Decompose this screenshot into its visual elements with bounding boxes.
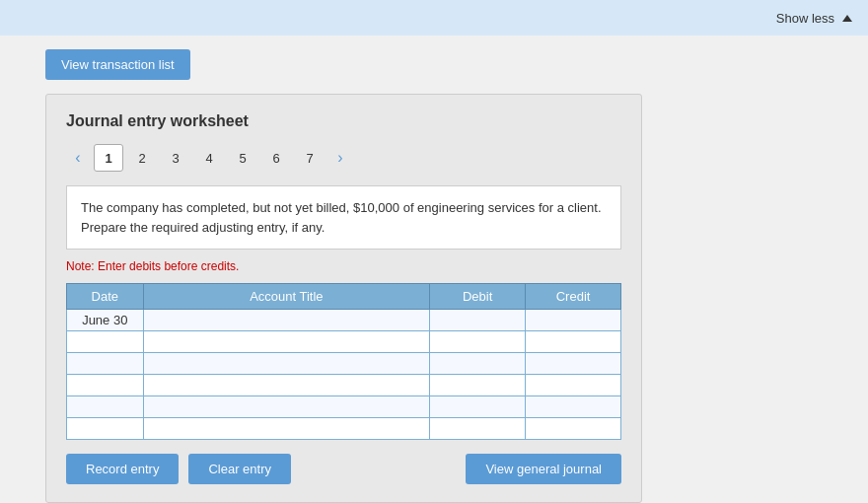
table-row: [67, 396, 621, 418]
debit-cell-6[interactable]: [430, 418, 526, 440]
page-button-2[interactable]: 2: [127, 144, 157, 172]
debit-input-4[interactable]: [430, 375, 525, 395]
credit-input-6[interactable]: [526, 418, 620, 439]
credit-cell-6[interactable]: [526, 418, 621, 440]
table-header-row: Date Account Title Debit Credit: [67, 284, 621, 310]
button-spacer: [301, 454, 456, 484]
account-input-2[interactable]: [144, 331, 430, 352]
scenario-box: The company has completed, but not yet b…: [66, 185, 621, 250]
note-text: Note: Enter debits before credits.: [66, 259, 621, 273]
debit-cell-4[interactable]: [430, 375, 526, 396]
page-button-6[interactable]: 6: [261, 144, 291, 172]
debit-input-3[interactable]: [430, 353, 525, 374]
page-button-1[interactable]: 1: [94, 144, 123, 172]
account-input-5[interactable]: [144, 396, 430, 417]
show-less-button[interactable]: Show less: [776, 11, 852, 26]
journal-table: Date Account Title Debit Credit June 30: [66, 283, 621, 440]
debit-cell-5[interactable]: [430, 396, 526, 418]
account-input-3[interactable]: [144, 353, 430, 374]
date-cell-2: [67, 331, 144, 353]
page-button-5[interactable]: 5: [228, 144, 257, 172]
debit-input-6[interactable]: [430, 418, 525, 439]
credit-input-1[interactable]: [526, 310, 620, 330]
arrow-up-icon: [842, 15, 852, 22]
table-row: June 30: [67, 310, 621, 331]
action-buttons: Record entry Clear entry View general jo…: [66, 454, 621, 484]
date-cell-4: [67, 375, 144, 396]
date-cell-6: [67, 418, 144, 440]
pagination: ‹ 1 2 3 4 5 6 7 ›: [66, 144, 621, 172]
table-row: [67, 331, 621, 353]
worksheet-title: Journal entry worksheet: [66, 112, 621, 130]
worksheet-card: Journal entry worksheet ‹ 1 2 3 4 5 6 7 …: [45, 94, 642, 503]
record-entry-button[interactable]: Record entry: [66, 454, 179, 484]
table-row: [67, 375, 621, 396]
account-cell-2[interactable]: [143, 331, 430, 353]
debit-cell-3[interactable]: [430, 353, 526, 375]
credit-input-2[interactable]: [526, 331, 620, 352]
main-content: View transaction list Journal entry work…: [0, 36, 868, 503]
account-cell-4[interactable]: [143, 375, 430, 396]
date-cell-5: [67, 396, 144, 418]
account-input-4[interactable]: [144, 375, 430, 395]
scenario-text: The company has completed, but not yet b…: [81, 200, 602, 235]
debit-input-1[interactable]: [430, 310, 525, 330]
account-cell-5[interactable]: [143, 396, 430, 418]
credit-cell-4[interactable]: [526, 375, 621, 396]
prev-page-button[interactable]: ‹: [66, 144, 90, 172]
next-page-button[interactable]: ›: [328, 144, 352, 172]
account-input-6[interactable]: [144, 418, 430, 439]
credit-cell-3[interactable]: [526, 353, 621, 375]
table-row: [67, 418, 621, 440]
credit-input-3[interactable]: [526, 353, 620, 374]
clear-entry-button[interactable]: Clear entry: [188, 454, 291, 484]
credit-input-5[interactable]: [526, 396, 620, 417]
table-row: [67, 353, 621, 375]
show-less-label: Show less: [776, 11, 834, 26]
page-button-3[interactable]: 3: [161, 144, 190, 172]
view-general-journal-button[interactable]: View general journal: [466, 454, 621, 484]
account-header: Account Title: [143, 284, 430, 310]
account-input-1[interactable]: [144, 310, 430, 330]
date-cell-1: June 30: [67, 310, 144, 331]
debit-cell-2[interactable]: [430, 331, 526, 353]
page-button-7[interactable]: 7: [295, 144, 325, 172]
debit-input-5[interactable]: [430, 396, 525, 417]
account-cell-1[interactable]: [143, 310, 430, 331]
date-cell-3: [67, 353, 144, 375]
credit-cell-2[interactable]: [526, 331, 621, 353]
credit-header: Credit: [526, 284, 621, 310]
top-bar: Show less: [0, 0, 868, 36]
credit-input-4[interactable]: [526, 375, 620, 395]
debit-cell-1[interactable]: [430, 310, 526, 331]
debit-header: Debit: [430, 284, 526, 310]
debit-input-2[interactable]: [430, 331, 525, 352]
page-button-4[interactable]: 4: [194, 144, 224, 172]
credit-cell-5[interactable]: [526, 396, 621, 418]
credit-cell-1[interactable]: [526, 310, 621, 331]
account-cell-3[interactable]: [143, 353, 430, 375]
view-transaction-button[interactable]: View transaction list: [45, 49, 190, 80]
account-cell-6[interactable]: [143, 418, 430, 440]
date-header: Date: [67, 284, 144, 310]
